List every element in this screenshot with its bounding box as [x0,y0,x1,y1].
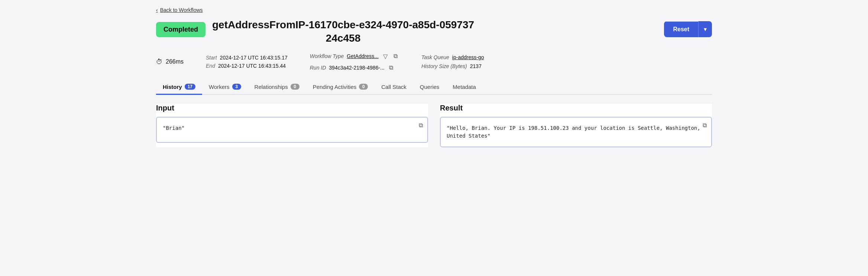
tab-badge: 3 [232,84,241,90]
back-to-workflows-link[interactable]: ‹ Back to Workflows [156,7,203,13]
input-panel-content: "Brian" ⧉ [156,117,428,143]
result-panel-title: Result [440,104,712,112]
result-panel: Result "Hello, Brian. Your IP is 198.51.… [440,104,712,147]
header-left: Completed getAddressFromIP-16170cbe-e324… [156,18,474,45]
result-copy-button[interactable]: ⧉ [703,122,707,129]
reset-button[interactable]: Reset [664,22,698,37]
task-queue-item: Task Queue ip-address-go [421,54,484,60]
tab-label: Call Stack [381,84,407,90]
history-size-value: 2137 [470,63,482,69]
start-value: 2024-12-17 UTC 16:43:15.17 [220,55,288,61]
tab-label: History [163,84,182,90]
workflow-type-value[interactable]: GetAddress... [347,53,379,59]
input-panel-text: "Brian" [163,125,195,131]
input-panel: Input "Brian" ⧉ [156,104,428,147]
meta-row: ⏱ 266ms Start 2024-12-17 UTC 16:43:15.17… [156,52,712,72]
end-line: End 2024-12-17 UTC 16:43:15.44 [206,63,288,69]
end-label: End [206,63,215,69]
duration-value: 266ms [166,58,184,65]
run-id-label: Run ID [310,65,326,71]
tab-label: Queries [420,84,440,90]
input-panel-title: Input [156,104,428,112]
history-size-label: History Size (Bytes) [421,63,467,69]
start-line: Start 2024-12-17 UTC 16:43:15.17 [206,55,288,61]
back-arrow-icon: ‹ [156,7,158,13]
input-copy-button[interactable]: ⧉ [419,122,423,129]
task-queue-value[interactable]: ip-address-go [452,54,484,60]
tabs-row: History17Workers3Relationships0Pending A… [156,80,712,95]
meta-dates: Start 2024-12-17 UTC 16:43:15.17 End 202… [206,55,288,69]
tab-history[interactable]: History17 [156,80,202,95]
workflow-type-label: Workflow Type [310,53,344,59]
tab-workers[interactable]: Workers3 [202,80,248,95]
status-badge: Completed [156,22,205,37]
meta-type-group: Workflow Type GetAddress... ▽ ⧉ Run ID 3… [310,52,399,72]
tab-queries[interactable]: Queries [413,80,446,95]
clock-icon: ⏱ [156,58,163,66]
tab-label: Metadata [453,84,476,90]
run-id-item: Run ID 394c3a42-2198-4986-... ⧉ [310,64,399,72]
start-label: Start [206,55,217,61]
meta-queue-group: Task Queue ip-address-go History Size (B… [421,54,484,69]
reset-button-group: Reset ▾ [664,21,712,37]
result-panel-text: "Hello, Brian. Your IP is 198.51.100.23 … [447,125,700,139]
history-size-item: History Size (Bytes) 2137 [421,63,484,69]
end-value: 2024-12-17 UTC 16:43:15.44 [218,63,286,69]
duration-display: ⏱ 266ms [156,58,184,66]
tab-badge: 17 [185,84,195,90]
workflow-title-line1: getAddressFromIP-16170cbe-e324-4970-a85d… [212,19,474,31]
reset-dropdown-button[interactable]: ▾ [698,21,712,37]
workflow-type-filter-icon[interactable]: ▽ [382,52,389,61]
workflow-title-line2: 24c458 [326,32,360,44]
back-link-label: Back to Workflows [160,7,203,13]
header-row: Completed getAddressFromIP-16170cbe-e324… [156,18,712,45]
tab-pending-activities[interactable]: Pending Activities0 [306,80,375,95]
workflow-type-item: Workflow Type GetAddress... ▽ ⧉ [310,52,399,61]
run-id-value: 394c3a42-2198-4986-... [329,65,384,71]
result-panel-content: "Hello, Brian. Your IP is 198.51.100.23 … [440,117,712,147]
tab-metadata[interactable]: Metadata [446,80,483,95]
tab-label: Relationships [255,84,288,90]
tab-label: Workers [209,84,230,90]
tab-relationships[interactable]: Relationships0 [248,80,306,95]
tab-label: Pending Activities [313,84,357,90]
workflow-title: getAddressFromIP-16170cbe-e324-4970-a85d… [212,18,474,45]
tab-call-stack[interactable]: Call Stack [375,80,413,95]
tab-badge: 0 [291,84,299,90]
workflow-type-copy-icon[interactable]: ⧉ [392,52,399,60]
task-queue-label: Task Queue [421,54,449,60]
tab-badge: 0 [359,84,368,90]
panels-row: Input "Brian" ⧉ Result "Hello, Brian. Yo… [156,104,712,147]
run-id-copy-icon[interactable]: ⧉ [388,64,395,72]
dropdown-icon: ▾ [704,26,707,32]
